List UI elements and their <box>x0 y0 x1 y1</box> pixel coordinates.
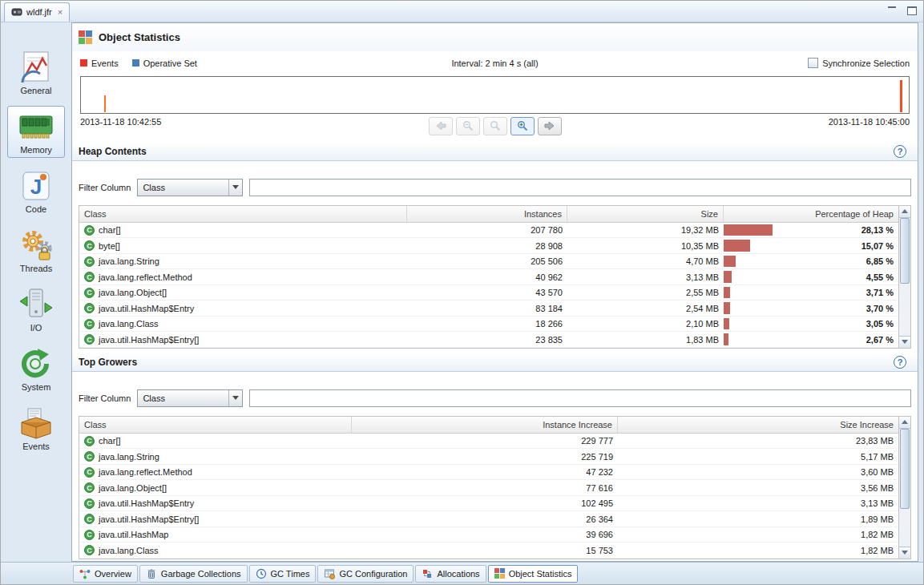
heap-table-row[interactable]: java.util.HashMap$Entry[]23 8351,83 MB2,… <box>79 332 898 348</box>
filter-column-dropdown[interactable]: Class <box>137 389 243 407</box>
instances-cell: 43 570 <box>407 285 567 301</box>
heap-percentage-bar <box>724 224 773 236</box>
editor-tab-wldf[interactable]: wldf.jfr <box>4 2 70 22</box>
sidebar-item-system[interactable]: System <box>7 343 65 395</box>
column-header-class[interactable]: Class <box>79 417 352 433</box>
class-cell: java.util.HashMap$Entry[] <box>79 511 352 526</box>
class-icon <box>84 467 95 478</box>
clock-icon <box>256 568 267 579</box>
scroll-up-arrow[interactable] <box>899 206 910 218</box>
sidebar-item-label: System <box>22 382 51 392</box>
size-increase-cell: 3,56 MB <box>618 480 898 495</box>
top-growers-table-row[interactable]: java.util.HashMap39 6961,82 MB <box>79 527 898 543</box>
scrollbar-track[interactable] <box>899 218 910 336</box>
interval-label: Interval: 2 min 4 s (all) <box>321 58 669 68</box>
top-growers-table-row[interactable]: java.util.HashMap$Entry102 4953,13 MB <box>79 496 898 512</box>
help-icon[interactable] <box>894 356 906 369</box>
events-legend-label: Events <box>91 58 119 68</box>
instances-cell: 207 780 <box>407 223 567 238</box>
reset-zoom-button[interactable] <box>483 117 507 135</box>
synchronize-selection-checkbox[interactable] <box>808 58 818 68</box>
tab-allocations[interactable]: Allocations <box>415 565 486 583</box>
tab-object-statistics[interactable]: Object Statistics <box>488 565 579 583</box>
pan-right-button[interactable] <box>538 117 562 135</box>
minimize-button[interactable] <box>886 5 898 14</box>
pan-left-button[interactable] <box>429 117 453 135</box>
instance-increase-cell: 15 753 <box>352 543 618 558</box>
class-icon <box>84 436 95 446</box>
tab-label: Garbage Collections <box>161 569 241 579</box>
filter-text-input[interactable] <box>249 389 911 407</box>
scrollbar-thumb[interactable] <box>900 429 910 509</box>
size-cell: 2,55 MB <box>567 285 724 301</box>
sidebar-item-threads[interactable]: Threads <box>7 224 65 276</box>
instance-increase-cell: 77 616 <box>352 480 618 495</box>
sidebar-item-code[interactable]: J Code <box>7 165 65 217</box>
scrollbar-thumb[interactable] <box>900 218 910 284</box>
sidebar-item-label: Events <box>22 442 50 451</box>
timeline-start-time: 2013-11-18 10:42:55 <box>80 115 321 127</box>
sidebar-item-io[interactable]: I/O <box>7 284 65 336</box>
heap-contents-section-header: Heap Contents <box>72 143 918 161</box>
top-growers-table-row[interactable]: java.util.HashMap$Entry[]26 3641,89 MB <box>79 511 898 527</box>
heap-table-row[interactable]: java.lang.String205 5064,70 MB6,85 % <box>79 254 898 270</box>
heap-table-row[interactable]: java.util.HashMap$Entry83 1842,54 MB3,70… <box>79 301 898 317</box>
scroll-down-arrow[interactable] <box>899 547 910 559</box>
legend-row: Events Operative Set Interval: 2 min 4 s… <box>80 54 910 72</box>
heap-contents-table: Class Instances Size Percentage of Heap … <box>79 205 911 349</box>
column-header-class[interactable]: Class <box>79 206 407 222</box>
heap-table-row[interactable]: java.lang.reflect.Method40 9623,13 MB4,5… <box>79 269 898 285</box>
mission-control-window: wldf.jfr General Memory <box>0 0 924 585</box>
column-header-instance-increase[interactable]: Instance Increase <box>352 417 618 433</box>
column-header-size[interactable]: Size <box>567 206 724 222</box>
class-cell: java.lang.String <box>79 254 407 269</box>
filter-text-input[interactable] <box>249 179 911 196</box>
column-header-percentage[interactable]: Percentage of Heap <box>724 206 898 222</box>
size-cell: 3,13 MB <box>567 269 724 284</box>
column-header-instances[interactable]: Instances <box>407 206 567 222</box>
maximize-button[interactable] <box>906 5 917 14</box>
top-growers-table-row[interactable]: java.lang.String225 7195,17 MB <box>79 449 898 465</box>
tab-garbage-collections[interactable]: Garbage Collections <box>139 565 248 583</box>
heap-table-row[interactable]: java.lang.Object[]43 5702,55 MB3,71 % <box>79 285 898 301</box>
growers-table-body: char[]229 77723,83 MBjava.lang.String225… <box>79 434 898 559</box>
navigation-sidebar: General Memory J Code Threads <box>1 22 71 562</box>
tab-overview[interactable]: Overview <box>73 565 138 583</box>
top-growers-table-row[interactable]: char[]229 77723,83 MB <box>79 434 898 450</box>
close-tab-icon[interactable] <box>58 7 63 17</box>
tab-label: GC Times <box>271 569 310 579</box>
sidebar-item-memory[interactable]: Memory <box>7 106 65 158</box>
class-cell: java.util.HashMap$Entry <box>79 496 352 511</box>
sidebar-item-general[interactable]: General <box>7 46 65 99</box>
zoom-in-button[interactable] <box>510 117 535 135</box>
percentage-cell: 3,70 % <box>724 301 898 316</box>
size-cell: 2,54 MB <box>567 301 724 316</box>
scrollbar-track[interactable] <box>899 429 910 547</box>
arrow-left-icon <box>435 121 446 131</box>
top-growers-table-row[interactable]: java.lang.reflect.Method47 2323,60 MB <box>79 465 898 481</box>
top-growers-table-row[interactable]: java.lang.Class15 7531,82 MB <box>79 543 898 559</box>
heap-table-row[interactable]: char[]207 78019,32 MB28,13 % <box>79 223 898 239</box>
timeline-nav-buttons <box>321 115 669 135</box>
tab-gc-configuration[interactable]: GC Configuration <box>317 565 414 583</box>
tab-gc-times[interactable]: GC Times <box>249 565 317 583</box>
heap-table-row[interactable]: byte[]28 90810,35 MB15,07 % <box>79 238 898 254</box>
heap-table-row[interactable]: java.lang.Class18 2662,10 MB3,05 % <box>79 317 898 333</box>
filter-column-label: Filter Column <box>79 393 131 403</box>
class-cell: java.lang.Object[] <box>79 285 407 301</box>
scroll-down-arrow[interactable] <box>899 336 910 348</box>
zoom-out-button[interactable] <box>456 117 480 135</box>
sidebar-item-label: Memory <box>20 145 52 155</box>
column-header-size-increase[interactable]: Size Increase <box>618 417 898 433</box>
class-icon <box>84 545 95 555</box>
filter-column-dropdown[interactable]: Class <box>137 179 243 196</box>
growers-filter-row: Filter Column Class <box>79 389 911 407</box>
top-growers-table-row[interactable]: java.lang.Object[]77 6163,56 MB <box>79 480 898 496</box>
top-growers-section-header: Top Growers <box>72 353 918 372</box>
help-icon[interactable] <box>894 145 906 158</box>
instances-cell: 23 835 <box>407 332 567 347</box>
timeline-chart[interactable] <box>80 76 910 114</box>
scroll-up-arrow[interactable] <box>899 417 910 429</box>
class-cell: char[] <box>79 434 352 449</box>
sidebar-item-events[interactable]: Events <box>7 402 65 454</box>
